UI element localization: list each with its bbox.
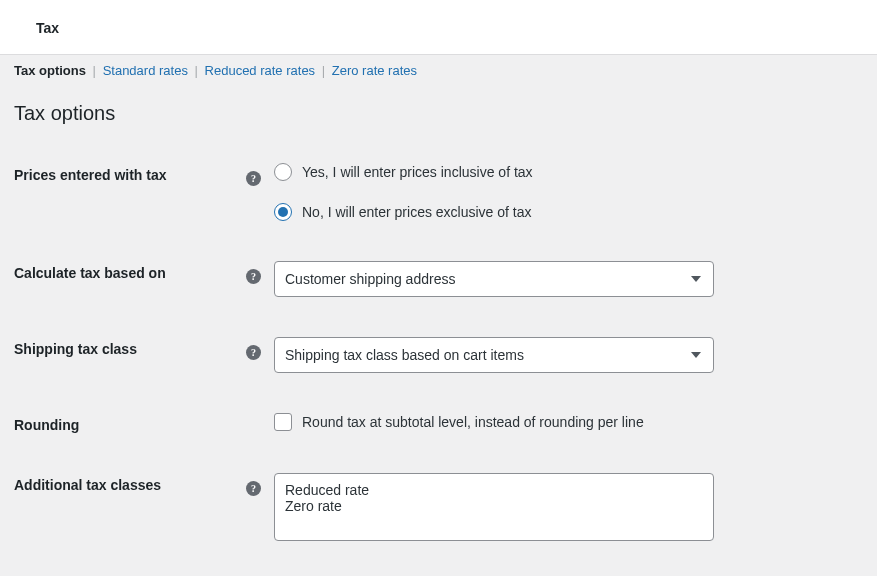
checkbox-rounding[interactable]: Round tax at subtotal level, instead of … [274, 413, 714, 431]
control-calculate-tax-based-on: Customer shipping address [274, 261, 714, 297]
select-value: Shipping tax class based on cart items [285, 347, 524, 363]
label-prices-entered-with-tax: Prices entered with tax [14, 163, 246, 183]
row-additional-tax-classes: Additional tax classes ? Reduced rate Ze… [14, 473, 863, 541]
label-additional-tax-classes: Additional tax classes [14, 473, 246, 493]
radio-circle-icon [274, 163, 292, 181]
subnav-reduced-rate-rates[interactable]: Reduced rate rates [205, 63, 316, 78]
select-calculate-tax-based-on[interactable]: Customer shipping address [274, 261, 714, 297]
checkbox-box-icon [274, 413, 292, 431]
checkbox-label-rounding: Round tax at subtotal level, instead of … [302, 414, 644, 430]
subnav-tax-options[interactable]: Tax options [14, 63, 86, 78]
select-shipping-tax-class[interactable]: Shipping tax class based on cart items [274, 337, 714, 373]
help-icon[interactable]: ? [246, 481, 261, 496]
subnav-standard-rates[interactable]: Standard rates [103, 63, 188, 78]
content-area: Tax options Prices entered with tax ? Ye… [0, 84, 877, 576]
subnav: Tax options | Standard rates | Reduced r… [0, 55, 877, 84]
label-calculate-tax-based-on: Calculate tax based on [14, 261, 246, 281]
radio-label-exclusive: No, I will enter prices exclusive of tax [302, 204, 532, 220]
radio-label-inclusive: Yes, I will enter prices inclusive of ta… [302, 164, 533, 180]
control-shipping-tax-class: Shipping tax class based on cart items [274, 337, 714, 373]
help-col: ? [246, 473, 274, 496]
control-prices-entered-with-tax: Yes, I will enter prices inclusive of ta… [274, 163, 714, 221]
control-additional-tax-classes: Reduced rate Zero rate [274, 473, 714, 541]
help-icon[interactable]: ? [246, 171, 261, 186]
page-heading: Tax options [14, 102, 863, 125]
row-shipping-tax-class: Shipping tax class ? Shipping tax class … [14, 337, 863, 373]
subnav-zero-rate-rates[interactable]: Zero rate rates [332, 63, 417, 78]
radio-group-prices-entered: Yes, I will enter prices inclusive of ta… [274, 163, 714, 221]
subnav-separator: | [93, 63, 96, 78]
row-calculate-tax-based-on: Calculate tax based on ? Customer shippi… [14, 261, 863, 297]
subnav-separator: | [195, 63, 198, 78]
help-icon[interactable]: ? [246, 269, 261, 284]
help-icon[interactable]: ? [246, 345, 261, 360]
row-rounding: Rounding Round tax at subtotal level, in… [14, 413, 863, 433]
subnav-separator: | [322, 63, 325, 78]
help-col [246, 413, 274, 419]
header-title: Tax [36, 20, 59, 36]
radio-option-inclusive[interactable]: Yes, I will enter prices inclusive of ta… [274, 163, 714, 181]
label-rounding: Rounding [14, 413, 246, 433]
radio-option-exclusive[interactable]: No, I will enter prices exclusive of tax [274, 203, 714, 221]
page-header: Tax [0, 0, 877, 55]
label-shipping-tax-class: Shipping tax class [14, 337, 246, 357]
radio-circle-icon [274, 203, 292, 221]
help-col: ? [246, 337, 274, 360]
help-col: ? [246, 261, 274, 284]
row-prices-entered-with-tax: Prices entered with tax ? Yes, I will en… [14, 163, 863, 221]
help-col: ? [246, 163, 274, 186]
textarea-additional-tax-classes[interactable]: Reduced rate Zero rate [274, 473, 714, 541]
control-rounding: Round tax at subtotal level, instead of … [274, 413, 714, 431]
select-value: Customer shipping address [285, 271, 455, 287]
